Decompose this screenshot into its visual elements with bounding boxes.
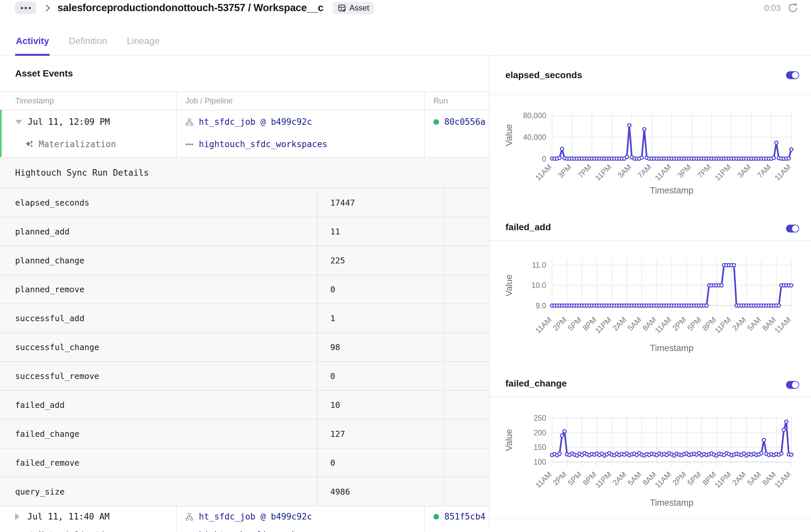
toggle-knob xyxy=(792,72,798,78)
detail-empty-cell xyxy=(443,362,489,390)
detail-value: 98 xyxy=(317,333,443,361)
job-icon xyxy=(185,118,194,126)
svg-text:5AM: 5AM xyxy=(746,470,763,487)
svg-text:5PM: 5PM xyxy=(686,470,703,487)
chart-title: failed_change xyxy=(505,378,567,389)
detail-empty-cell xyxy=(443,478,489,506)
chart-toggle[interactable] xyxy=(786,381,799,389)
chart-title: failed_add xyxy=(505,222,551,233)
toggle-knob xyxy=(792,225,798,232)
detail-value: 0 xyxy=(317,449,443,477)
event-timestamp: Jul 11, 11:40 AM xyxy=(27,512,109,521)
detail-empty-cell xyxy=(443,188,489,217)
svg-text:5AM: 5AM xyxy=(746,315,763,332)
chart-section-header: failed_add xyxy=(490,198,811,241)
detail-row: successful_change 98 xyxy=(0,333,489,362)
refresh-timer: 0:03 xyxy=(764,3,781,13)
event-type-label: Materialization xyxy=(39,530,116,532)
detail-row: query_size 4986 xyxy=(0,478,489,506)
job-link[interactable]: ht_sfdc_job @ b499c92c xyxy=(199,512,312,521)
detail-empty-cell xyxy=(443,304,489,332)
svg-text:Value: Value xyxy=(504,124,514,146)
dot-icon xyxy=(21,7,23,9)
pipeline-link[interactable]: hightouch_sfdc_workspaces xyxy=(199,530,327,532)
chart-toggle[interactable] xyxy=(786,225,799,233)
tab-lineage[interactable]: Lineage xyxy=(126,32,160,55)
overflow-menu-button[interactable] xyxy=(15,2,36,14)
svg-text:0: 0 xyxy=(542,155,546,163)
line-chart-failed-change: 11AM2PM5PM8PM11PM2AM5AM8AM11AM2PM5PM8PM1… xyxy=(490,397,811,510)
svg-text:2PM: 2PM xyxy=(551,470,568,487)
asset-badge: Asset xyxy=(333,2,374,14)
svg-text:11.0: 11.0 xyxy=(532,261,546,269)
dot-icon xyxy=(25,7,27,9)
svg-text:3AM: 3AM xyxy=(616,162,633,179)
svg-text:5PM: 5PM xyxy=(566,470,583,487)
detail-row: successful_add 1 xyxy=(0,304,489,333)
dot-icon xyxy=(29,7,31,9)
detail-key: failed_change xyxy=(0,420,317,448)
detail-empty-cell xyxy=(443,449,489,477)
svg-text:80,000: 80,000 xyxy=(523,111,546,120)
detail-row: planned_add 11 xyxy=(0,217,489,246)
pipeline-link[interactable]: hightouch_sfdc_workspaces xyxy=(199,139,327,149)
svg-text:2AM: 2AM xyxy=(731,470,748,487)
svg-text:11AM: 11AM xyxy=(534,315,553,335)
svg-text:Value: Value xyxy=(504,274,514,296)
detail-value: 127 xyxy=(317,420,443,448)
detail-value: 4986 xyxy=(317,478,443,506)
detail-key: elapsed_seconds xyxy=(0,188,317,217)
detail-empty-cell xyxy=(443,391,489,419)
svg-text:2AM: 2AM xyxy=(731,315,748,332)
svg-text:2PM: 2PM xyxy=(551,315,568,332)
detail-key: planned_change xyxy=(0,246,317,275)
detail-value: 0 xyxy=(317,362,443,390)
detail-value: 10 xyxy=(317,391,443,419)
svg-text:11PM: 11PM xyxy=(713,162,733,182)
chart-title: elapsed_seconds xyxy=(505,70,582,80)
refresh-icon[interactable] xyxy=(788,3,798,13)
svg-text:2AM: 2AM xyxy=(611,470,628,487)
svg-text:11PM: 11PM xyxy=(594,315,613,335)
svg-text:11AM: 11AM xyxy=(773,315,793,335)
svg-text:11AM: 11AM xyxy=(534,470,553,490)
expand-caret-icon[interactable] xyxy=(15,513,19,520)
column-header-timestamp: Timestamp xyxy=(0,92,176,110)
svg-text:2PM: 2PM xyxy=(671,315,688,332)
collapse-caret-icon[interactable] xyxy=(15,120,22,124)
event-timestamp: Jul 11, 12:09 PM xyxy=(28,117,110,127)
detail-row: failed_remove 0 xyxy=(0,449,489,478)
job-icon xyxy=(185,513,194,521)
breadcrumb-chevron-icon xyxy=(43,4,50,11)
svg-text:7AM: 7AM xyxy=(636,162,653,179)
asset-detail-page: salesforceproductiondonottouch-53757 / W… xyxy=(0,0,811,532)
detail-empty-cell xyxy=(443,246,489,275)
run-status-dot xyxy=(433,119,439,125)
svg-text:Value: Value xyxy=(504,429,514,451)
svg-text:11AM: 11AM xyxy=(534,162,553,182)
metric-charts-pane: elapsed_seconds 11AM3PM7PM11PM3AM7AM11AM… xyxy=(490,56,811,529)
toggle-knob xyxy=(792,381,798,388)
asset-table-icon xyxy=(338,4,346,12)
line-chart-elapsed-seconds: 11AM3PM7PM11PM3AM7AM11AM3PM7PM11PM3AM7AM… xyxy=(490,95,811,198)
chart-section-header: failed_change xyxy=(490,356,811,397)
line-chart-failed-add: 11AM2PM5PM8PM11PM2AM5AM8AM11AM2PM5PM8PM1… xyxy=(490,241,811,356)
tab-bar: Activity Definition Lineage xyxy=(0,32,811,56)
tab-activity[interactable]: Activity xyxy=(15,32,50,55)
detail-value: 0 xyxy=(317,275,443,303)
detail-empty-cell xyxy=(443,333,489,361)
tab-definition[interactable]: Definition xyxy=(68,32,108,55)
svg-text:Timestamp: Timestamp xyxy=(650,343,694,353)
svg-text:9.0: 9.0 xyxy=(536,301,546,310)
svg-text:3PM: 3PM xyxy=(556,162,573,179)
job-link[interactable]: ht_sfdc_job @ b499c92c xyxy=(199,117,312,127)
detail-row: failed_change 127 xyxy=(0,420,489,449)
detail-key: failed_remove xyxy=(0,449,317,477)
run-link[interactable]: 80c0556a xyxy=(444,117,485,127)
svg-text:5AM: 5AM xyxy=(626,470,643,487)
run-link[interactable]: 851f5cb4 xyxy=(444,512,485,521)
detail-key: failed_add xyxy=(0,391,317,419)
section-title: Asset Events xyxy=(0,56,489,92)
chart-toggle[interactable] xyxy=(786,71,799,79)
run-status-dot xyxy=(433,514,439,519)
